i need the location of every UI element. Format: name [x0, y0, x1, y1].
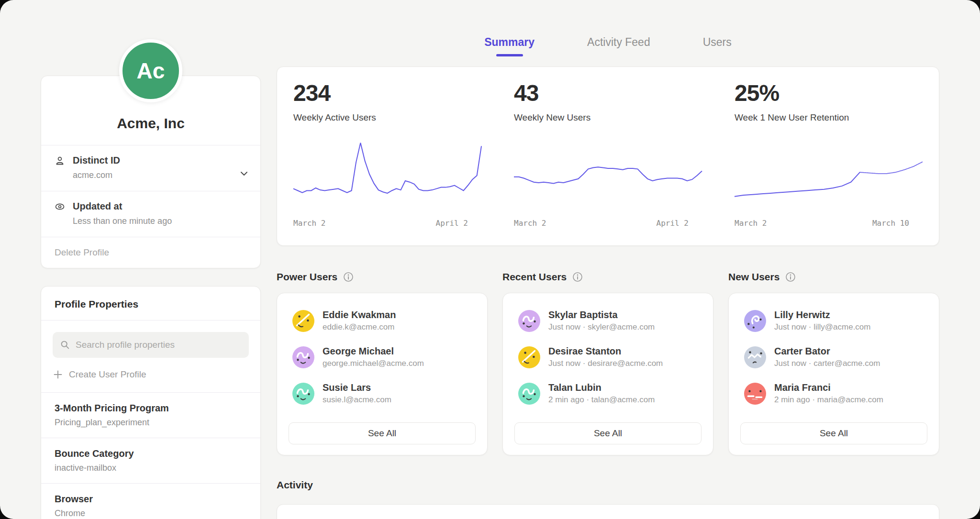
user-meta: Just now · desirare@acme.com	[548, 359, 663, 368]
avatar	[518, 383, 540, 405]
user-name: Talan Lubin	[548, 382, 655, 393]
avatar	[518, 310, 540, 332]
user-name: Maria Franci	[774, 382, 883, 393]
user-name: Skylar Baptista	[548, 309, 655, 320]
profile-properties-card: Profile Properties Create User Profile 3…	[41, 286, 261, 519]
activity-stat: 240	[498, 505, 718, 519]
info-icon[interactable]	[572, 272, 583, 282]
user-meta: 2 min ago · talan@acme.com	[548, 395, 655, 405]
field-label: Distinct ID	[73, 155, 120, 166]
create-user-profile-button[interactable]: Create User Profile	[41, 358, 260, 392]
user-name: Desirae Stanton	[548, 346, 663, 357]
see-all-button[interactable]: See All	[289, 422, 476, 444]
tab-summary[interactable]: Summary	[484, 36, 535, 55]
field-value: acme.com	[73, 170, 247, 180]
section-title: New Users	[728, 271, 780, 283]
x-tick-start: March 2	[735, 219, 767, 228]
users-card: Eddie Kwakman eddie.k@acme.com George Mi…	[277, 293, 488, 455]
x-axis-labels: March 2 April 2	[293, 219, 481, 228]
property-value: Pricing_plan_experiment	[55, 418, 247, 428]
profile-field-distinct-id: Distinct ID acme.com	[41, 145, 260, 191]
user-name: George Michael	[323, 346, 424, 357]
user-name: Carter Bator	[774, 346, 880, 357]
user-meta: Just now · skyler@acme.com	[548, 322, 655, 332]
user-row[interactable]: Desirae Stanton Just now · desirare@acme…	[514, 343, 702, 371]
search-icon	[60, 340, 70, 350]
stat-label: Weekly New Users	[514, 112, 702, 123]
avatar	[292, 346, 314, 368]
stat-value: 43	[514, 80, 702, 106]
stat-value: 25%	[735, 80, 923, 106]
sparkline-chart	[735, 139, 923, 212]
x-tick-start: March 2	[514, 219, 546, 228]
users-card: Skylar Baptista Just now · skyler@acme.c…	[502, 293, 713, 455]
user-row[interactable]: Talan Lubin 2 min ago · talan@acme.com	[514, 379, 702, 408]
stat-weekly-active-users: 234 Weekly Active Users March 2 April 2	[277, 67, 498, 245]
property-row: 3-Month Pricing Program Pricing_plan_exp…	[41, 392, 260, 438]
x-axis-labels: March 2 March 10	[735, 219, 923, 228]
user-row[interactable]: Eddie Kwakman eddie.k@acme.com	[289, 307, 476, 335]
chevron-down-icon[interactable]	[240, 171, 248, 176]
search-box	[53, 332, 249, 358]
activity-section-title: Activity	[277, 479, 939, 491]
user-name: Susie Lars	[323, 382, 391, 393]
avatar	[744, 346, 766, 368]
profile-sidebar: Ac Acme, Inc Distinct ID acme.com	[41, 76, 261, 519]
profile-field-updated-at: Updated at Less than one minute ago	[41, 191, 260, 237]
app-window: Ac Acme, Inc Distinct ID acme.com	[0, 0, 980, 519]
user-name: Eddie Kwakman	[323, 309, 396, 320]
property-label: 3-Month Pricing Program	[55, 403, 247, 414]
property-row: Browser Chrome	[41, 483, 260, 519]
summary-stats-card: 234 Weekly Active Users March 2 April 2 …	[277, 66, 939, 246]
sparkline-chart	[514, 139, 702, 212]
tab-bar: Summary Activity Feed Users	[277, 36, 939, 66]
field-value: Less than one minute ago	[73, 216, 247, 226]
profile-properties-title: Profile Properties	[41, 287, 260, 320]
see-all-button[interactable]: See All	[740, 422, 927, 444]
search-profile-properties-input[interactable]	[76, 340, 241, 350]
see-all-button[interactable]: See All	[514, 422, 702, 444]
user-row[interactable]: Maria Franci 2 min ago · maria@acme.com	[740, 379, 927, 408]
eye-icon	[55, 201, 65, 212]
user-row[interactable]: Skylar Baptista Just now · skyler@acme.c…	[514, 307, 702, 335]
stat-week1-retention: 25% Week 1 New User Retention March 2 Ma…	[718, 67, 939, 245]
stat-value: 234	[293, 80, 481, 106]
create-user-profile-label: Create User Profile	[69, 369, 146, 380]
tab-activity-feed[interactable]: Activity Feed	[587, 36, 650, 55]
avatar	[744, 310, 766, 332]
main-content: Summary Activity Feed Users 234 Weekly A…	[277, 36, 939, 519]
x-tick-end: March 10	[872, 219, 909, 228]
x-tick-end: April 2	[436, 219, 468, 228]
activity-stats-card: 234 240 3.4k	[277, 504, 939, 519]
user-meta: susie.l@acme.com	[323, 395, 391, 405]
section-title: Recent Users	[502, 271, 567, 283]
user-row[interactable]: George Michael george.michael@acme.com	[289, 343, 476, 371]
delete-profile-button[interactable]: Delete Profile	[41, 237, 260, 268]
property-value: Chrome	[55, 508, 247, 519]
section-recent-users: Recent Users Skylar Baptista Just now · …	[502, 270, 713, 455]
sparkline-chart	[293, 139, 481, 212]
activity-stat: 234	[277, 505, 498, 519]
property-label: Bounce Category	[55, 448, 247, 459]
user-meta: 2 min ago · maria@acme.com	[774, 395, 883, 405]
stat-label: Weekly Active Users	[293, 112, 481, 123]
section-power-users: Power Users Eddie Kwakman eddie.k@acme.c…	[277, 270, 488, 455]
property-label: Browser	[55, 494, 247, 505]
avatar	[292, 310, 314, 332]
info-icon[interactable]	[343, 272, 354, 282]
info-icon[interactable]	[785, 272, 796, 282]
user-row[interactable]: Lilly Herwitz Just now · lilly@acme.com	[740, 307, 927, 335]
avatar	[744, 383, 766, 405]
tab-users[interactable]: Users	[703, 36, 732, 55]
user-row[interactable]: Carter Bator Just now · carter@acme.com	[740, 343, 927, 371]
user-row[interactable]: Susie Lars susie.l@acme.com	[289, 379, 476, 408]
user-sections-row: Power Users Eddie Kwakman eddie.k@acme.c…	[277, 270, 939, 455]
person-icon	[55, 155, 65, 166]
avatar	[518, 346, 540, 368]
user-meta: george.michael@acme.com	[323, 359, 424, 368]
field-label: Updated at	[73, 201, 122, 212]
section-title: Power Users	[277, 271, 337, 283]
property-row: Bounce Category inactive-mailbox	[41, 438, 260, 483]
user-meta: Just now · lilly@acme.com	[774, 322, 870, 332]
avatar	[292, 383, 314, 405]
